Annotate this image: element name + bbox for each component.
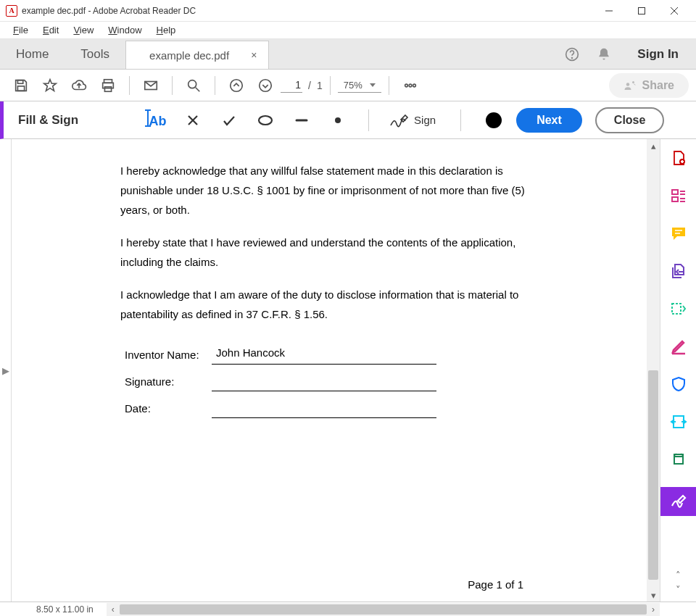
svg-rect-10	[104, 86, 111, 91]
date-label: Date:	[125, 399, 212, 418]
svg-rect-6	[17, 80, 22, 83]
scroll-right-arrow[interactable]: ›	[647, 604, 660, 615]
cloud-upload-icon[interactable]	[65, 72, 93, 99]
svg-point-17	[409, 84, 412, 87]
protect-icon[interactable]	[668, 374, 689, 394]
signature-row: Signature:	[125, 372, 625, 391]
zoom-dropdown[interactable]: 75%	[338, 78, 381, 93]
check-mark-tool[interactable]	[213, 106, 245, 135]
svg-point-25	[335, 117, 341, 123]
vertical-scrollbar[interactable]: ▴ ▾	[647, 139, 660, 602]
svg-point-12	[188, 80, 196, 88]
close-window-button[interactable]	[658, 1, 690, 21]
page-separator: /	[308, 80, 311, 91]
topbar: Home Tools example dec.pdf × Sign In	[0, 39, 696, 70]
document-tab[interactable]: example dec.pdf ×	[125, 41, 269, 69]
color-picker[interactable]	[486, 112, 502, 128]
svg-rect-38	[674, 457, 683, 464]
fill-sign-title: Fill & Sign	[18, 113, 78, 128]
page-up-icon[interactable]	[223, 72, 250, 99]
menu-edit[interactable]: Edit	[36, 23, 66, 37]
inventor-label: Inventor Name:	[125, 345, 212, 365]
more-options-icon[interactable]	[397, 72, 424, 99]
left-panel-toggle[interactable]: ▶	[0, 139, 12, 602]
titlebar: A example dec.pdf - Adobe Acrobat Reader…	[0, 0, 696, 22]
fill-sign-panel-icon[interactable]	[660, 487, 697, 516]
minimize-button[interactable]	[592, 1, 625, 21]
svg-rect-1	[638, 7, 645, 14]
statusbar: 8.50 x 11.00 in ‹ ›	[0, 602, 696, 616]
convert-icon[interactable]	[668, 449, 689, 470]
export-pdf-icon[interactable]	[668, 412, 689, 432]
tools-button[interactable]: Tools	[65, 39, 125, 69]
date-row: Date:	[125, 399, 625, 418]
page-down-icon[interactable]	[252, 72, 279, 99]
signature-value[interactable]	[212, 375, 436, 391]
help-icon[interactable]	[556, 39, 588, 69]
print-icon[interactable]	[94, 72, 122, 99]
circle-tool[interactable]	[249, 106, 281, 135]
acrobat-app-icon: A	[6, 5, 17, 17]
menu-file[interactable]: File	[6, 23, 36, 37]
next-button[interactable]: Next	[516, 108, 582, 133]
create-pdf-icon[interactable]	[668, 148, 689, 168]
svg-point-5	[572, 57, 573, 58]
signature-label: Signature:	[125, 372, 212, 391]
scroll-thumb[interactable]	[648, 370, 658, 580]
inventor-value[interactable]: John Hancock	[212, 343, 436, 365]
svg-point-23	[259, 116, 272, 125]
combine-files-icon[interactable]	[668, 261, 689, 281]
page-number-input[interactable]	[281, 78, 302, 93]
svg-rect-28	[672, 197, 678, 201]
hscroll-thumb[interactable]	[120, 604, 647, 615]
cross-mark-tool[interactable]	[177, 106, 209, 135]
compress-icon[interactable]	[668, 299, 689, 319]
menu-view[interactable]: View	[66, 23, 101, 37]
comment-icon[interactable]	[668, 223, 689, 244]
share-button[interactable]: Share	[609, 73, 689, 98]
scroll-down-arrow[interactable]: ▾	[651, 588, 656, 602]
paragraph-1: I hereby acknowledge that any willful fa…	[120, 161, 534, 220]
horizontal-scrollbar[interactable]: ‹ ›	[107, 603, 660, 616]
page-dimensions: 8.50 x 11.00 in	[36, 604, 102, 615]
svg-point-16	[405, 84, 407, 87]
find-icon[interactable]	[180, 72, 207, 99]
svg-point-14	[231, 79, 243, 91]
scroll-left-arrow[interactable]: ‹	[107, 604, 120, 615]
document-tab-label: example dec.pdf	[149, 49, 229, 62]
edit-pdf-icon[interactable]	[668, 336, 689, 357]
close-button[interactable]: Close	[595, 107, 665, 133]
sign-dropdown[interactable]: Sign	[384, 112, 446, 128]
email-icon[interactable]	[137, 72, 165, 99]
page-footer: Page 1 of 1	[468, 575, 523, 594]
paragraph-2: I hereby state that I have reviewed and …	[120, 233, 534, 272]
dot-tool[interactable]	[322, 106, 354, 135]
right-tool-panel: ˄ ˅	[660, 139, 696, 602]
home-button[interactable]: Home	[0, 39, 65, 69]
svg-point-15	[260, 79, 272, 91]
line-tool[interactable]	[286, 106, 318, 135]
svg-rect-7	[17, 86, 24, 90]
panel-up-arrow[interactable]: ˄	[676, 570, 681, 584]
organize-pages-icon[interactable]	[668, 186, 689, 206]
window-controls	[592, 1, 690, 21]
scroll-up-arrow[interactable]: ▴	[651, 139, 656, 152]
panel-down-arrow[interactable]: ˅	[676, 584, 681, 599]
chevron-down-icon	[370, 83, 376, 87]
add-text-tool[interactable]: Ab	[141, 106, 173, 135]
sign-in-button[interactable]: Sign In	[620, 39, 696, 69]
close-tab-button[interactable]: ×	[251, 49, 257, 61]
document-page: I hereby acknowledge that any willful fa…	[12, 139, 647, 602]
menu-window[interactable]: Window	[101, 23, 149, 37]
star-icon[interactable]	[36, 72, 64, 99]
notifications-icon[interactable]	[588, 39, 620, 69]
document-viewport[interactable]: I hereby acknowledge that any willful fa…	[12, 139, 647, 602]
svg-rect-27	[672, 190, 678, 194]
svg-point-18	[413, 84, 415, 87]
date-value[interactable]	[212, 402, 436, 418]
maximize-button[interactable]	[625, 1, 658, 21]
menu-help[interactable]: Help	[149, 23, 183, 37]
fill-sign-toolbar: Fill & Sign Ab Sign Next Close	[0, 101, 696, 139]
svg-point-19	[626, 83, 629, 86]
save-icon[interactable]	[7, 72, 35, 99]
